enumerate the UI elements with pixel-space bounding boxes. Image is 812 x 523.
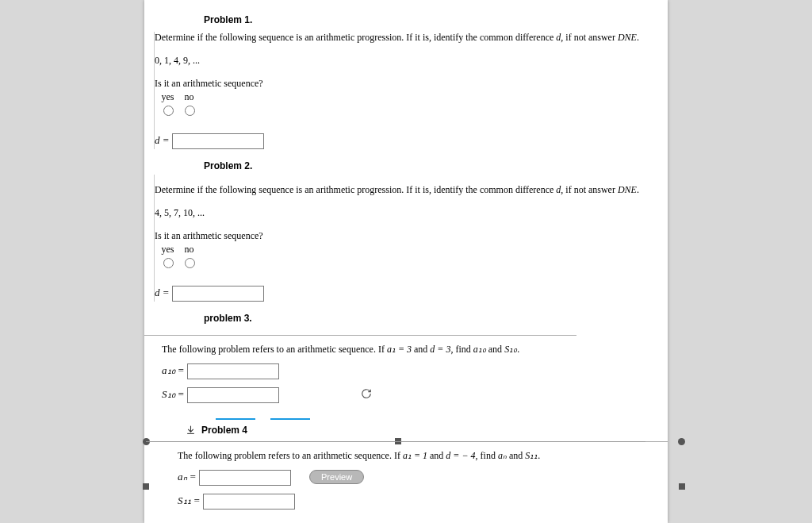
text: .: [517, 344, 519, 355]
problem-4-text: The following problem refers to an arith…: [178, 450, 668, 462]
problem-1-text: Determine if the following sequence is a…: [155, 32, 668, 44]
a10-input[interactable]: [187, 363, 279, 379]
an-label: aₙ =: [178, 471, 197, 483]
a10-label: a₁₀ =: [162, 364, 185, 376]
problem-3-text: The following problem refers to an arith…: [162, 344, 668, 356]
no-label: no: [181, 91, 202, 103]
text: Determine if the following sequence is a…: [155, 184, 556, 195]
problem-2-radios: yes no: [159, 244, 668, 271]
an-input[interactable]: [199, 470, 291, 486]
s11-input[interactable]: [203, 494, 295, 510]
no-label: no: [181, 244, 202, 256]
radio-no[interactable]: [185, 258, 195, 268]
blue-underlines: [209, 411, 668, 423]
problem-1-body: Determine if the following sequence is a…: [154, 32, 668, 149]
page: Problem 1. Determine if the following se…: [144, 0, 668, 523]
s11-row: S₁₁ =: [178, 494, 668, 510]
text: Determine if the following sequence is a…: [155, 32, 556, 43]
text: , find: [450, 344, 473, 355]
radio-yes[interactable]: [163, 106, 174, 116]
d-expr: d = 3: [430, 344, 450, 355]
text: and: [507, 450, 525, 461]
handle-square[interactable]: [143, 483, 149, 490]
text: and: [486, 344, 504, 355]
d-label: d =: [155, 286, 170, 298]
preview-button[interactable]: Preview: [309, 470, 364, 484]
yes-label: yes: [159, 244, 181, 256]
s11: S₁₁: [525, 450, 538, 461]
s10-row: S₁₀ =: [162, 387, 668, 403]
handle-circle[interactable]: [678, 438, 685, 445]
handle-square[interactable]: [679, 483, 685, 490]
text: and: [427, 450, 446, 461]
yes-label: yes: [159, 91, 181, 103]
d-label: d =: [155, 134, 170, 146]
text: , if not answer: [561, 32, 618, 43]
text: The following problem refers to an arith…: [162, 344, 387, 355]
refresh-icon[interactable]: [361, 388, 372, 402]
s11-label: S₁₁ =: [178, 494, 201, 506]
dne: DNE: [618, 184, 637, 195]
problem-2-sequence: 4, 5, 7, 10, ...: [155, 207, 668, 219]
download-icon[interactable]: [186, 425, 196, 438]
problem-1-heading: Problem 1.: [204, 8, 668, 29]
problem-2-text: Determine if the following sequence is a…: [155, 184, 668, 196]
s10-label: S₁₀ =: [162, 388, 185, 400]
underline: [270, 418, 310, 420]
s10: S₁₀: [504, 344, 517, 355]
a1-expr: a₁ = 1: [403, 450, 427, 461]
problem-3-heading: problem 3.: [204, 306, 668, 327]
divider: [144, 335, 576, 336]
text: .: [637, 184, 639, 195]
radio-yes[interactable]: [163, 258, 174, 268]
selection-edge: [146, 441, 645, 442]
problem-1-sequence: 0, 1, 4, 9, ...: [155, 55, 668, 67]
problem-4-heading: Problem 4: [201, 418, 247, 439]
d-input[interactable]: [172, 286, 264, 302]
problem-2-d-row: d =: [155, 286, 668, 302]
text: .: [538, 450, 540, 461]
problem-2-question: Is it an arithmetic sequence?: [155, 230, 668, 242]
problem-1-radios: yes no: [159, 91, 668, 119]
text: , find: [476, 450, 498, 461]
text: .: [637, 32, 639, 43]
problem-4-body: The following problem refers to an arith…: [170, 441, 668, 510]
problem-1-question: Is it an arithmetic sequence?: [155, 78, 668, 90]
content: Problem 1. Determine if the following se…: [144, 0, 668, 510]
a10: a₁₀: [473, 344, 486, 355]
d-input[interactable]: [172, 133, 264, 149]
dne: DNE: [618, 32, 637, 43]
a1-expr: a₁ = 3: [387, 344, 412, 355]
an: aₙ: [498, 450, 507, 461]
problem-2-body: Determine if the following sequence is a…: [154, 175, 668, 302]
a10-row: a₁₀ =: [162, 363, 668, 379]
s10-input[interactable]: [187, 387, 279, 403]
d-expr: d = − 4: [446, 450, 475, 461]
problem-3-body: The following problem refers to an arith…: [154, 344, 668, 423]
an-row: aₙ = Preview: [178, 470, 668, 486]
problem-2-heading: Problem 2.: [204, 154, 668, 175]
text: , if not answer: [561, 184, 618, 195]
radio-no[interactable]: [185, 106, 195, 116]
text: and: [412, 344, 430, 355]
problem-1-d-row: d =: [155, 133, 668, 149]
text: The following problem refers to an arith…: [178, 450, 403, 461]
